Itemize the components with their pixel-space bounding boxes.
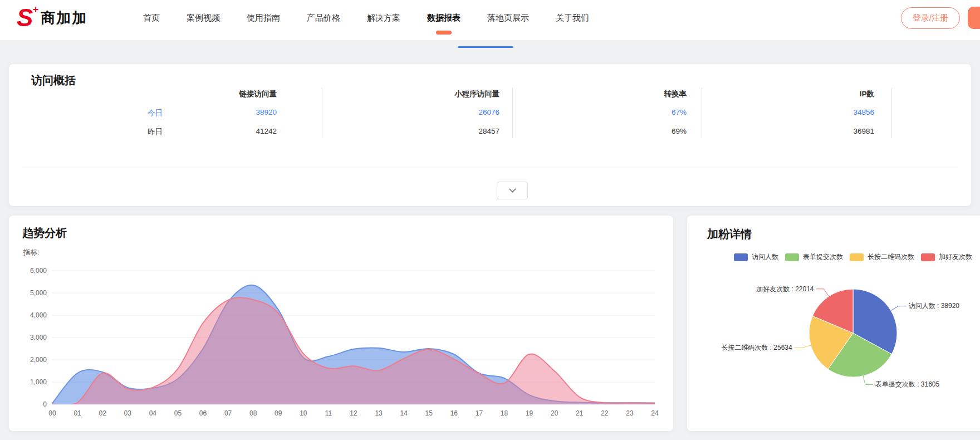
x-tick-label: 13	[375, 409, 383, 417]
x-tick-label: 10	[300, 409, 307, 417]
legend-swatch	[850, 253, 864, 261]
nav-actions: 登录/注册	[901, 7, 969, 29]
active-tab-underline	[458, 46, 513, 48]
nav-menu: 首页案例视频使用指南产品价格解决方案数据报表落地页展示关于我们	[130, 0, 602, 36]
cell-value: 28457	[366, 127, 499, 137]
brand-name: 商加加	[41, 8, 87, 28]
logo-s-icon: S+	[17, 6, 33, 30]
fan-pie-chart[interactable]: 访问人数 : 38920表单提交次数 : 31605长按二维码次数 : 2563…	[694, 267, 980, 428]
x-tick-label: 18	[501, 409, 508, 417]
x-tick-label: 14	[400, 409, 408, 417]
cell-value: 41242	[143, 127, 277, 137]
nav-item-5[interactable]: 数据报表	[414, 0, 474, 36]
cell-value: 34856	[741, 108, 874, 118]
login-register-button[interactable]: 登录/注册	[901, 7, 960, 29]
x-tick-label: 03	[124, 409, 132, 417]
column-divider	[702, 88, 702, 138]
x-tick-label: 24	[651, 409, 659, 417]
x-tick-label: 22	[601, 409, 609, 417]
indicator-label: 指标:	[23, 248, 39, 257]
pie-legend: 访问人数表单提交次数长按二维码次数加好友次数	[734, 252, 979, 262]
x-tick-label: 02	[99, 409, 106, 417]
nav-item-1[interactable]: 案例视频	[173, 0, 233, 36]
cell-value: 36981	[741, 127, 874, 137]
nav-item-0[interactable]: 首页	[130, 0, 173, 36]
nav-item-2[interactable]: 使用指南	[233, 0, 293, 36]
brand-logo[interactable]: S+ 商加加	[17, 6, 114, 30]
x-tick-label: 11	[325, 409, 332, 417]
column-header: 转换率	[553, 89, 687, 99]
visit-overview-title: 访问概括	[31, 73, 76, 88]
x-tick-label: 19	[526, 409, 533, 417]
pie-label-line	[816, 289, 829, 296]
logo-plus-icon: +	[33, 4, 39, 14]
legend-item-3[interactable]: 加好友次数	[921, 252, 972, 262]
nav-item-4[interactable]: 解决方案	[354, 0, 414, 36]
x-tick-label: 06	[199, 409, 207, 417]
column-header: 链接访问量	[143, 89, 277, 99]
pie-label-line	[795, 345, 811, 348]
legend-item-0[interactable]: 访问人数	[734, 252, 778, 262]
overview-column-0: 链接访问量3892041242	[143, 89, 277, 137]
y-tick-label: 1,000	[30, 378, 47, 386]
cell-value: 69%	[553, 127, 687, 137]
y-tick-label: 2,000	[30, 356, 47, 364]
pie-label-line	[863, 376, 873, 385]
legend-item-2[interactable]: 长按二维码次数	[850, 252, 914, 262]
y-tick-label: 3,000	[30, 334, 47, 341]
y-tick-label: 4,000	[30, 311, 47, 319]
legend-item-1[interactable]: 表单提交次数	[785, 252, 843, 262]
cell-value: 38920	[143, 108, 277, 118]
legend-swatch	[734, 253, 748, 261]
card-divider	[22, 168, 958, 168]
pie-label: 长按二维码次数 : 25634	[721, 344, 792, 351]
nav-item-3[interactable]: 产品价格	[293, 0, 354, 36]
top-navbar: S+ 商加加 首页案例视频使用指南产品价格解决方案数据报表落地页展示关于我们 登…	[0, 0, 980, 40]
cell-value: 67%	[553, 108, 687, 118]
visit-overview-card: 访问概括 今日昨日链接访问量3892041242小程序访问量2607628457…	[9, 64, 971, 206]
pie-label: 表单提交次数 : 31605	[875, 380, 940, 388]
x-tick-label: 23	[626, 409, 634, 417]
column-divider	[322, 88, 322, 138]
y-tick-label: 0	[43, 400, 47, 408]
y-tick-label: 6,000	[30, 267, 47, 275]
x-tick-label: 04	[149, 409, 157, 417]
column-divider	[512, 88, 513, 138]
legend-swatch	[785, 253, 799, 261]
trend-analysis-card: 趋势分析 指标: 01,0002,0003,0004,0005,0006,000…	[9, 216, 673, 431]
legend-swatch	[921, 253, 935, 261]
overview-column-3: IP数3485636981	[741, 89, 874, 137]
nav-item-6[interactable]: 落地页展示	[474, 0, 542, 36]
side-panel-toggle-button[interactable]	[968, 7, 980, 29]
legend-label: 加好友次数	[939, 252, 972, 262]
x-tick-label: 05	[174, 409, 182, 417]
pie-label: 访问人数 : 38920	[909, 302, 960, 310]
legend-label: 表单提交次数	[803, 252, 843, 262]
x-tick-label: 07	[224, 409, 232, 417]
y-tick-label: 5,000	[30, 289, 47, 297]
x-tick-label: 15	[425, 409, 433, 417]
legend-label: 长按二维码次数	[868, 252, 914, 262]
trend-area-chart[interactable]: 01,0002,0003,0004,0005,0006,000000102030…	[13, 263, 665, 430]
column-header: 小程序访问量	[366, 89, 499, 99]
column-divider	[891, 88, 892, 138]
nav-item-7[interactable]: 关于我们	[542, 0, 602, 36]
overview-column-2: 转换率67%69%	[553, 89, 687, 137]
x-tick-label: 21	[576, 409, 584, 417]
column-header: IP数	[741, 89, 874, 99]
chevron-down-icon	[509, 185, 516, 193]
pie-label-line	[891, 306, 906, 310]
x-tick-label: 01	[74, 409, 81, 417]
expand-button[interactable]	[497, 182, 528, 199]
cell-value: 26076	[366, 108, 499, 118]
x-tick-label: 20	[551, 409, 558, 417]
legend-label: 访问人数	[752, 252, 778, 262]
overview-column-1: 小程序访问量2607628457	[366, 89, 499, 137]
x-tick-label: 16	[450, 409, 458, 417]
pie-label: 加好友次数 : 22014	[756, 285, 814, 293]
x-tick-label: 00	[48, 409, 56, 417]
fan-details-title: 加粉详情	[707, 227, 752, 242]
x-tick-label: 12	[350, 409, 357, 417]
x-tick-label: 08	[249, 409, 257, 417]
fan-details-card: 加粉详情 访问人数表单提交次数长按二维码次数加好友次数 访问人数 : 38920…	[687, 216, 980, 431]
